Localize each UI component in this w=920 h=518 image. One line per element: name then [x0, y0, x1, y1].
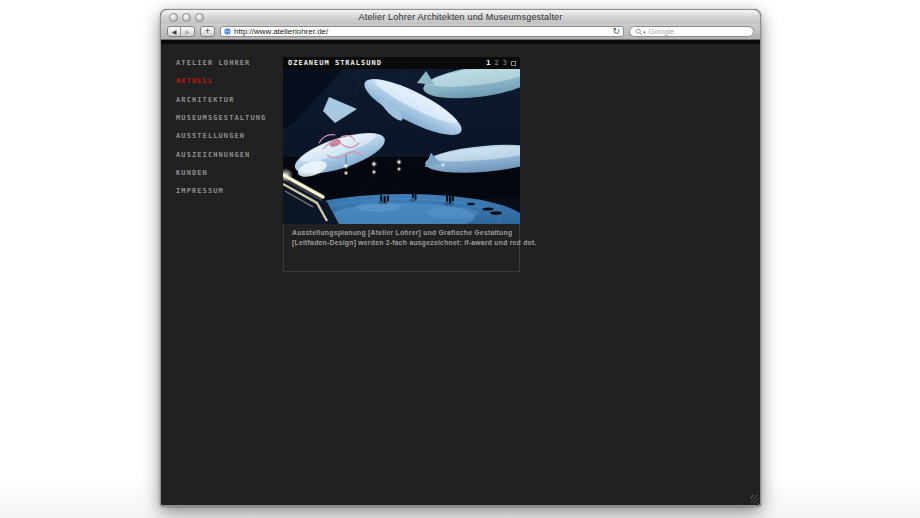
nav-item-kunden[interactable]: KUNDEN: [176, 164, 286, 182]
page-1-link[interactable]: 1: [486, 59, 490, 67]
globe-favicon-icon: [224, 28, 231, 35]
back-button[interactable]: ◀: [168, 27, 181, 36]
nav-link-auszeichnungen[interactable]: AUSZEICHNUNGEN: [176, 151, 250, 159]
search-options-caret-icon[interactable]: ▾: [643, 29, 646, 35]
nav-item-impressum[interactable]: IMPRESSUM: [176, 182, 286, 200]
nav-link-impressum[interactable]: IMPRESSUM: [176, 187, 224, 195]
project-module: OZEANEUM STRALSUND 1 2 3: [283, 57, 520, 272]
desktop: Atelier Lohrer Architekten und Museumsge…: [0, 0, 920, 518]
nav-link-aktuell[interactable]: AKTUELL: [176, 77, 213, 85]
google-search-field[interactable]: ▾ Google: [629, 26, 754, 37]
caption-line-1: Ausstellungsplanung [Atelier Lohrer] und…: [292, 228, 511, 238]
overview-grid-icon[interactable]: [511, 61, 516, 66]
module-header: OZEANEUM STRALSUND 1 2 3: [283, 57, 520, 69]
page-3-link[interactable]: 3: [503, 59, 507, 67]
history-nav-group: ◀ ▶: [167, 26, 195, 37]
project-caption: Ausstellungsplanung [Atelier Lohrer] und…: [283, 224, 520, 272]
nav-item-museumsgestaltung[interactable]: MUSEUMSGESTALTUNG: [176, 109, 286, 127]
image-pagination: 1 2 3: [486, 59, 516, 67]
nav-item-aktuell[interactable]: AKTUELL: [176, 72, 286, 90]
page-2-link[interactable]: 2: [495, 59, 499, 67]
window-title: Atelier Lohrer Architekten und Museumsge…: [161, 12, 760, 22]
browser-window: Atelier Lohrer Architekten und Museumsge…: [160, 9, 761, 506]
window-titlebar[interactable]: Atelier Lohrer Architekten und Museumsge…: [160, 9, 761, 24]
nav-link-ausstellungen[interactable]: AUSSTELLUNGEN: [176, 132, 245, 140]
site-logo-text[interactable]: ATELIER LOHRER: [176, 59, 250, 67]
nav-link-architektur[interactable]: ARCHITEKTUR: [176, 96, 234, 104]
nav-item-atelier-lohrer[interactable]: ATELIER LOHRER: [176, 54, 286, 72]
nav-item-architektur[interactable]: ARCHITEKTUR: [176, 91, 286, 109]
page-top-strip: [161, 40, 760, 44]
site-navigation: ATELIER LOHRER AKTUELL ARCHITEKTUR MUSEU…: [176, 54, 286, 200]
search-icon: [635, 28, 643, 36]
url-text[interactable]: http://www.atelierlohrer.de/: [234, 27, 612, 36]
browser-toolbar: ◀ ▶ + http://www.atelierlohrer.de/ ↻ ▾: [160, 24, 761, 39]
forward-button[interactable]: ▶: [181, 27, 194, 36]
reload-icon[interactable]: ↻: [612, 27, 620, 36]
ozeaneum-exhibit-photo[interactable]: [283, 69, 520, 224]
nav-item-auszeichnungen[interactable]: AUSZEICHNUNGEN: [176, 145, 286, 163]
project-title: OZEANEUM STRALSUND: [288, 59, 382, 67]
address-bar[interactable]: http://www.atelierlohrer.de/ ↻: [220, 26, 624, 37]
nav-link-museumsgestaltung[interactable]: MUSEUMSGESTALTUNG: [176, 114, 266, 122]
add-bookmark-button[interactable]: +: [200, 26, 215, 37]
nav-item-ausstellungen[interactable]: AUSSTELLUNGEN: [176, 127, 286, 145]
search-placeholder: Google: [649, 27, 675, 36]
window-resize-grip[interactable]: [750, 495, 759, 504]
nav-link-kunden[interactable]: KUNDEN: [176, 169, 208, 177]
page-viewport: ATELIER LOHRER AKTUELL ARCHITEKTUR MUSEU…: [160, 39, 761, 506]
caption-line-2: [Leitfaden-Design] werden 2-fach ausgeze…: [292, 238, 511, 248]
